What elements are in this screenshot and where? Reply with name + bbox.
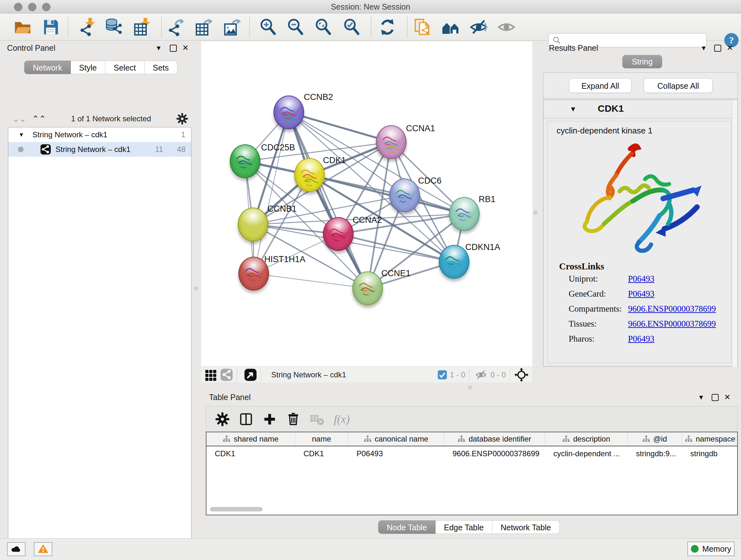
column-header-name[interactable]: name xyxy=(295,432,348,446)
collection-caret-icon[interactable]: ▼ xyxy=(18,132,24,138)
tab-select[interactable]: Select xyxy=(105,61,144,74)
zoom-in-icon[interactable] xyxy=(259,18,278,37)
cell-canonical-name[interactable]: P06493 xyxy=(348,449,444,458)
main-toolbar: ? xyxy=(0,13,741,41)
network-row[interactable]: String Network – cdk1 11 48 xyxy=(8,142,191,157)
right-splitter-grip[interactable] xyxy=(534,210,538,214)
grid-view-icon[interactable] xyxy=(204,368,217,381)
column-header-shared-name[interactable]: shared name xyxy=(206,432,295,446)
expand-all-icon[interactable]: ⌃⌃ xyxy=(32,114,46,124)
refresh-view-icon[interactable] xyxy=(378,18,397,37)
column-header-database-identifier[interactable]: database identifier xyxy=(444,432,545,446)
crosslink-link[interactable]: 9606.ENSP00000378699 xyxy=(628,304,716,314)
save-session-icon[interactable] xyxy=(42,18,60,37)
collapse-all-button[interactable]: Collapse All xyxy=(644,78,713,93)
tab-string[interactable]: String xyxy=(622,55,662,68)
network-edge[interactable] xyxy=(254,112,289,273)
add-column-icon[interactable] xyxy=(262,412,277,427)
table-horizontal-scrollbar[interactable] xyxy=(210,507,263,511)
zoom-out-icon[interactable] xyxy=(286,18,305,37)
legacy-home-icon[interactable] xyxy=(441,18,460,37)
cell-description[interactable]: cyclin-dependent ... xyxy=(545,449,628,458)
control-panel-close-icon[interactable]: ✕ xyxy=(181,44,190,52)
results-panel-float-icon[interactable]: ▾ xyxy=(699,44,709,52)
network-node-ccne1[interactable] xyxy=(352,271,383,305)
zoom-fit-icon[interactable] xyxy=(314,18,333,37)
protein-thumbnail xyxy=(450,198,480,232)
network-node-ccna2[interactable] xyxy=(323,217,354,251)
control-panel-float-icon[interactable]: ▾ xyxy=(154,44,163,52)
network-node-cdc6[interactable] xyxy=(389,179,420,212)
cell-namespace[interactable]: stringdb xyxy=(682,449,738,458)
toolbar-separator xyxy=(407,17,408,37)
results-panel-maximize-icon[interactable] xyxy=(714,45,721,52)
tab-node-table[interactable]: Node Table xyxy=(378,520,435,534)
column-header-id[interactable]: @id xyxy=(628,432,682,446)
delete-column-icon[interactable] xyxy=(286,412,300,427)
expand-all-button[interactable]: Expand All xyxy=(569,78,631,93)
birdseye-view-icon[interactable] xyxy=(244,368,257,381)
crosshair-icon[interactable] xyxy=(515,368,529,382)
gene-section-header[interactable]: ▼ CDK1 xyxy=(543,100,732,118)
results-panel-close-icon[interactable]: ✕ xyxy=(725,44,735,52)
columns-icon[interactable] xyxy=(239,412,253,427)
table-panel-float-icon[interactable]: ▾ xyxy=(696,393,706,401)
import-table-file-icon[interactable] xyxy=(133,18,151,37)
protein-structure-image xyxy=(567,140,714,257)
network-node-cdk1[interactable] xyxy=(294,158,325,192)
network-canvas[interactable]: CCNB2CCNA1CDC25BCDK1CDC6RB1CCNB1CCNA2CDK… xyxy=(201,42,532,367)
crosslink-link[interactable]: P06493 xyxy=(628,289,655,299)
table-panel-maximize-icon[interactable] xyxy=(712,394,719,401)
network-edge[interactable] xyxy=(254,273,367,288)
open-session-icon[interactable] xyxy=(13,18,32,37)
crosslink-link[interactable]: P06493 xyxy=(628,334,655,344)
export-network-icon[interactable] xyxy=(166,18,185,37)
network-node-ccna1[interactable] xyxy=(376,125,407,159)
warning-button[interactable] xyxy=(34,542,52,556)
cell-name[interactable]: CDK1 xyxy=(295,449,348,458)
share-view-icon[interactable] xyxy=(220,368,233,381)
crosslink-link[interactable]: 9606.ENSP00000378699 xyxy=(628,319,716,329)
network-node-cdc25b[interactable] xyxy=(230,144,260,178)
network-node-ccnb1[interactable] xyxy=(238,207,268,241)
export-image-icon[interactable] xyxy=(223,18,241,37)
collapse-all-icon[interactable]: ⌄⌄ xyxy=(12,114,26,124)
cell-shared-name[interactable]: CDK1 xyxy=(206,449,295,458)
zoom-selected-icon[interactable] xyxy=(343,18,361,37)
column-header-namespace[interactable]: namespace xyxy=(682,432,738,446)
crosslink-link[interactable]: P06493 xyxy=(628,274,655,284)
column-header-canonical-name[interactable]: canonical name xyxy=(348,432,444,446)
graphics-details-icon[interactable] xyxy=(469,18,488,37)
tab-network[interactable]: Network xyxy=(24,61,71,74)
left-splitter-grip[interactable] xyxy=(194,287,198,291)
network-node-cdkn1a[interactable] xyxy=(439,245,469,279)
network-options-gear-icon[interactable] xyxy=(176,113,188,125)
tab-style[interactable]: Style xyxy=(71,61,106,74)
control-panel-maximize-icon[interactable] xyxy=(170,45,177,52)
hidden-eye-icon[interactable] xyxy=(474,369,488,381)
gear-icon[interactable] xyxy=(215,412,230,427)
network-node-ccnb2[interactable] xyxy=(273,96,304,129)
network-node-rb1[interactable] xyxy=(449,197,480,231)
table-row[interactable]: CDK1CDK1P064939606.ENSP00000378699cyclin… xyxy=(206,446,737,461)
column-header-description[interactable]: description xyxy=(545,432,628,446)
cell-database-identifier[interactable]: 9606.ENSP00000378699 xyxy=(444,449,545,458)
table-panel-close-icon[interactable]: ✕ xyxy=(723,393,732,401)
import-network-database-icon[interactable] xyxy=(105,18,123,37)
cell-id[interactable]: stringdb:9... xyxy=(628,449,682,458)
cloud-button[interactable] xyxy=(7,542,25,556)
results-scrollbar[interactable] xyxy=(732,100,738,367)
highlight-neighbors-icon[interactable] xyxy=(497,18,516,37)
tab-sets[interactable]: Sets xyxy=(145,61,178,74)
tab-network-table[interactable]: Network Table xyxy=(492,520,560,534)
node-label-cdc25b: CDC25B xyxy=(261,143,295,152)
network-collection-row[interactable]: ▼ String Network – cdk1 1 xyxy=(8,127,191,142)
tab-edge-table[interactable]: Edge Table xyxy=(435,520,492,534)
paste-network-icon[interactable] xyxy=(413,18,432,37)
export-table-icon[interactable] xyxy=(194,18,213,37)
gene-caret-icon[interactable]: ▼ xyxy=(569,105,577,113)
import-network-file-icon[interactable] xyxy=(77,18,96,37)
node-label-ccne1: CCNE1 xyxy=(381,268,411,278)
selected-checkbox[interactable] xyxy=(437,370,448,380)
memory-button[interactable]: Memory xyxy=(687,542,735,556)
